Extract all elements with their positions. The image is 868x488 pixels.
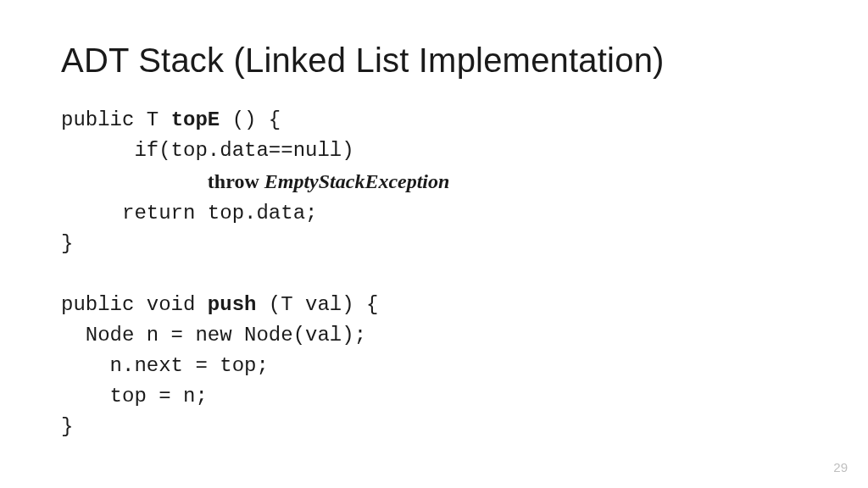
code-indent bbox=[61, 171, 208, 194]
code-line: top = n; bbox=[61, 385, 208, 408]
code-line: } bbox=[61, 415, 73, 438]
code-throw: throw bbox=[208, 170, 264, 192]
code-blank bbox=[61, 263, 73, 286]
code-line: Node n = new Node(val); bbox=[61, 324, 366, 347]
code-block: public T topE () { if(top.data==null) th… bbox=[61, 105, 807, 442]
slide: ADT Stack (Linked List Implementation) p… bbox=[0, 0, 868, 488]
code-method-name: topE bbox=[171, 108, 220, 131]
code-line: n.next = top; bbox=[61, 354, 269, 377]
code-line: if(top.data==null) bbox=[61, 139, 354, 162]
code-line: return top.data; bbox=[61, 202, 317, 225]
code-line: (T val) { bbox=[256, 293, 378, 316]
code-line: () { bbox=[220, 108, 281, 131]
page-number: 29 bbox=[833, 460, 848, 474]
slide-title: ADT Stack (Linked List Implementation) bbox=[61, 41, 807, 80]
code-line: } bbox=[61, 232, 73, 255]
code-method-name: push bbox=[208, 293, 257, 316]
code-exception: EmptyStackException bbox=[264, 170, 450, 192]
code-line: public void bbox=[61, 293, 208, 316]
code-line: public T bbox=[61, 108, 171, 131]
